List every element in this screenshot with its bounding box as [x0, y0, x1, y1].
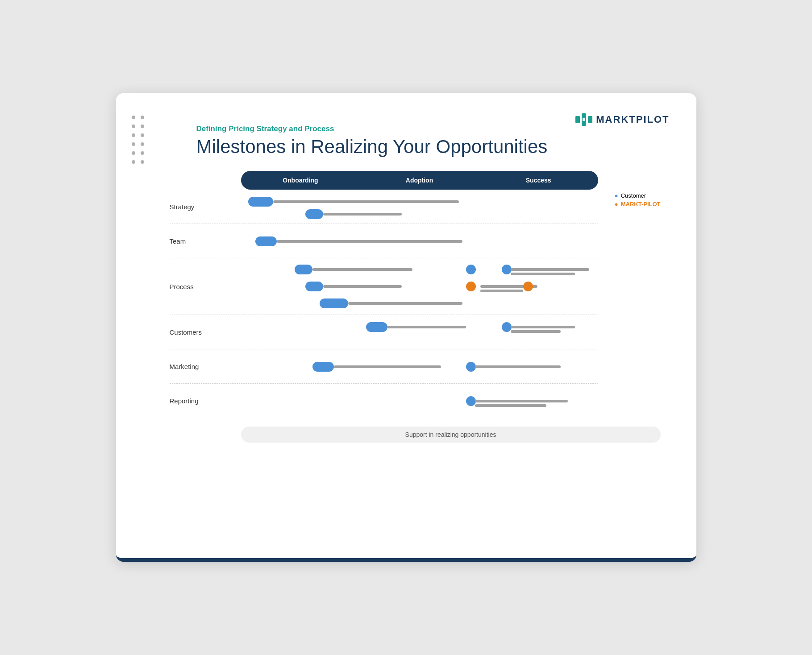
legend: ● Customer ● MARKT-PILOT	[615, 192, 661, 207]
header-section: Defining Pricing Strategy and Process Mi…	[196, 124, 670, 158]
row-content-team	[241, 228, 598, 254]
svg-rect-3	[583, 118, 585, 121]
row-content-marketing	[241, 353, 598, 380]
row-label-process: Process	[170, 283, 241, 290]
table-row: Process	[170, 258, 598, 315]
phase-bar: Onboarding Adoption Success	[241, 171, 598, 190]
logo-icon	[575, 113, 592, 126]
row-label-team: Team	[170, 237, 241, 245]
table-row: Marketing	[170, 349, 598, 384]
slide-container: MARKTPILOT Defining Pricing Strategy and…	[116, 93, 696, 562]
phase-adoption: Adoption	[360, 177, 479, 184]
table-row: Customers	[170, 315, 598, 349]
chart-wrapper: Onboarding Adoption Success ● Customer ●…	[170, 171, 661, 443]
row-content-strategy	[241, 193, 598, 220]
table-row: Strategy	[170, 190, 598, 224]
rows-area: Strategy Team	[170, 190, 598, 418]
svg-rect-0	[575, 116, 580, 123]
table-row: Reporting	[170, 384, 598, 418]
row-content-reporting	[241, 387, 598, 414]
phase-onboarding: Onboarding	[241, 177, 360, 184]
row-label-marketing: Marketing	[170, 363, 241, 370]
row-content-customers	[241, 319, 598, 345]
row-label-strategy: Strategy	[170, 203, 241, 211]
logo-text: MARKTPILOT	[596, 114, 669, 125]
legend-customer: ● Customer	[615, 192, 661, 199]
svg-rect-2	[588, 116, 592, 123]
legend-marktpilot: ● MARKT-PILOT	[615, 201, 661, 207]
main-title: Milestones in Realizing Your Opportuniti…	[196, 136, 670, 158]
logo: MARKTPILOT	[575, 113, 669, 126]
support-bar: Support in realizing opportunities	[241, 427, 661, 443]
row-label-customers: Customers	[170, 328, 241, 336]
row-label-reporting: Reporting	[170, 397, 241, 405]
row-content-process	[241, 262, 598, 311]
subtitle: Defining Pricing Strategy and Process	[196, 124, 670, 133]
table-row: Team	[170, 224, 598, 258]
decorative-dots	[132, 116, 145, 165]
phase-success: Success	[479, 177, 598, 184]
